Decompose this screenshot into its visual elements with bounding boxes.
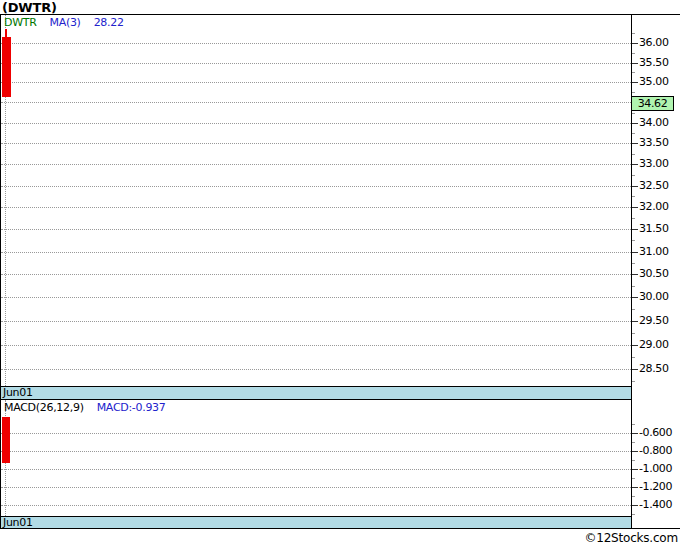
macd-panel: MACD(26,12,9) MACD:-0.937 xyxy=(1,400,631,516)
candle-upper-wick xyxy=(5,29,7,37)
price-axis-label: 29.00 xyxy=(639,339,669,351)
price-gridline xyxy=(1,369,631,370)
macd-axis-minor-tick xyxy=(632,460,635,461)
chart-frame: DWTR MA(3) 28.22 Jun01 MACD(26,12,9) MAC… xyxy=(0,14,680,529)
candlestick xyxy=(2,37,11,97)
price-axis-tick xyxy=(632,43,638,44)
price-gridline xyxy=(1,164,631,165)
price-axis-label: 30.00 xyxy=(639,291,669,303)
macd-axis-minor-tick xyxy=(632,478,635,479)
macd-value-label: MACD:-0.937 xyxy=(97,401,166,414)
price-axis-minor-tick xyxy=(632,333,635,334)
macd-gridline xyxy=(1,487,631,488)
price-axis-tick xyxy=(632,207,638,208)
price-axis-label: 36.00 xyxy=(639,37,669,49)
macd-axis-tick xyxy=(632,433,638,434)
macd-axis-tick xyxy=(632,487,638,488)
price-gridline xyxy=(1,186,631,187)
price-axis-tick xyxy=(632,63,638,64)
price-axis-minor-tick xyxy=(632,72,635,73)
price-axis-label: 34.00 xyxy=(639,117,669,129)
price-gridline xyxy=(1,229,631,230)
macd-axis-label: -0.800 xyxy=(639,445,672,457)
macd-axis-tick xyxy=(632,505,638,506)
ma-value: 28.22 xyxy=(94,16,124,29)
price-axis-tick xyxy=(632,321,638,322)
footer-credit: ©12Stocks.com xyxy=(584,531,678,545)
date-label: Jun01 xyxy=(1,387,631,398)
price-gridline xyxy=(1,297,631,298)
price-axis-minor-tick xyxy=(632,175,635,176)
price-axis-tick xyxy=(632,369,638,370)
price-axis-tick xyxy=(632,143,638,144)
macd-axis-minor-tick xyxy=(632,424,635,425)
price-axis-tick xyxy=(632,252,638,253)
price-axis-minor-tick xyxy=(632,196,635,197)
price-gridline xyxy=(1,123,631,124)
price-gridline xyxy=(1,102,631,103)
price-axis-tick xyxy=(632,186,638,187)
macd-axis-label: -0.600 xyxy=(639,427,672,439)
price-axis-tick xyxy=(632,164,638,165)
macd-gridline xyxy=(1,433,631,434)
price-axis-label: 33.50 xyxy=(639,137,669,149)
price-gridline xyxy=(1,321,631,322)
price-gridline xyxy=(1,143,631,144)
price-axis-minor-tick xyxy=(632,286,635,287)
price-axis-minor-tick xyxy=(632,133,635,134)
price-gridline xyxy=(1,252,631,253)
price-gridline xyxy=(1,345,631,346)
macd-legend: MACD(26,12,9) MACD:-0.937 xyxy=(4,401,166,414)
macd-gridline xyxy=(1,505,631,506)
price-axis-minor-tick xyxy=(632,263,635,264)
macd-gridline xyxy=(1,469,631,470)
price-axis-label: 35.50 xyxy=(639,57,669,69)
macd-axis-label: -1.200 xyxy=(639,481,672,493)
price-axis-tick xyxy=(632,229,638,230)
macd-gridline xyxy=(1,451,631,452)
price-legend: DWTR MA(3) 28.22 xyxy=(4,16,124,29)
price-axis-tick xyxy=(632,274,638,275)
macd-params-label: MACD(26,12,9) xyxy=(4,401,84,414)
macd-axis-label: -1.400 xyxy=(639,499,672,511)
price-axis-label: 30.50 xyxy=(639,268,669,280)
stock-chart-page: (DWTR) DWTR MA(3) 28.22 Jun01 MACD(26,12… xyxy=(0,0,680,546)
plot-area: DWTR MA(3) 28.22 Jun01 MACD(26,12,9) MAC… xyxy=(1,15,632,528)
price-gridline xyxy=(1,63,631,64)
price-axis-label: 31.00 xyxy=(639,246,669,258)
price-axis-minor-tick xyxy=(632,154,635,155)
price-axis-label: 35.00 xyxy=(639,76,669,88)
price-axis-label: 29.50 xyxy=(639,315,669,327)
price-axis-tick xyxy=(632,123,638,124)
price-axis-minor-tick xyxy=(632,33,635,34)
price-axis-label: 28.50 xyxy=(639,363,669,375)
price-gridline xyxy=(1,43,631,44)
price-axis-tick xyxy=(632,297,638,298)
macd-axis-tick xyxy=(632,451,638,452)
price-axis-label: 33.00 xyxy=(639,158,669,170)
page-title: (DWTR) xyxy=(2,0,57,15)
date-band-price: Jun01 xyxy=(1,386,631,400)
right-value-axis: 34.62 36.0035.5035.0034.0033.5033.0032.5… xyxy=(632,15,680,528)
macd-axis-minor-tick xyxy=(632,442,635,443)
price-axis-tick xyxy=(632,345,638,346)
price-panel: DWTR MA(3) 28.22 xyxy=(1,15,631,386)
date-band-macd: Jun01 xyxy=(1,516,631,528)
price-axis-label: 32.50 xyxy=(639,180,669,192)
price-axis-minor-tick xyxy=(632,53,635,54)
date-label: Jun01 xyxy=(1,517,631,528)
macd-axis-minor-tick xyxy=(632,496,635,497)
macd-axis-tick xyxy=(632,469,638,470)
price-axis-minor-tick xyxy=(632,309,635,310)
ma-label: MA(3) xyxy=(50,16,81,29)
price-gridline xyxy=(1,274,631,275)
price-axis-label: 31.50 xyxy=(639,223,669,235)
macd-axis-minor-tick xyxy=(632,514,635,515)
price-gridline xyxy=(1,207,631,208)
price-axis-minor-tick xyxy=(632,357,635,358)
price-gridline xyxy=(1,82,631,83)
price-axis-minor-tick xyxy=(632,240,635,241)
macd-histogram-bar xyxy=(2,417,10,463)
price-axis-tick xyxy=(632,82,638,83)
price-axis-label: 32.00 xyxy=(639,201,669,213)
